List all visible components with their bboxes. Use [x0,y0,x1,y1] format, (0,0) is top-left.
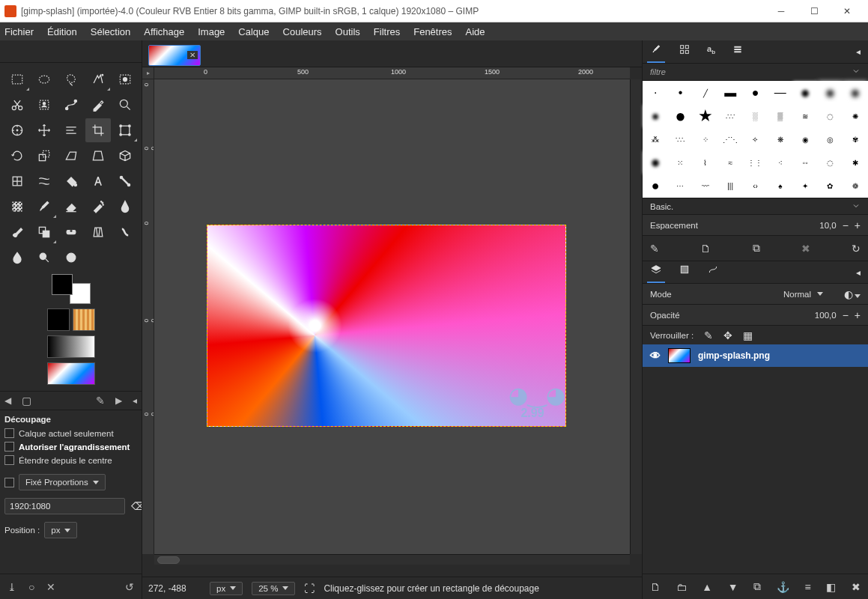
brush-cell[interactable]: 〰 [694,174,717,197]
menu-bar[interactable]: Fichier Édition Sélection Affichage Imag… [0,22,868,40]
mode-switch-icon[interactable]: ◐ [844,288,861,300]
brush-cell[interactable]: ⁘ [694,128,717,150]
menu-windows[interactable]: Fenêtres [413,26,452,37]
new-group-icon[interactable]: 🗀 [676,581,687,593]
brush-cell[interactable]: — [768,82,792,104]
menu-filters[interactable]: Filtres [374,26,400,37]
brush-cell[interactable]: ◌ [818,105,842,127]
ruler-vertical[interactable]: 0 500 0 500 1000 [142,79,154,554]
tool-move[interactable] [31,118,57,142]
brush-cell[interactable]: ● [743,82,767,104]
tool-fuzzy-select[interactable] [85,67,111,91]
tool-perspective-clone[interactable] [85,220,111,244]
brush-cell[interactable]: ≋ [793,105,817,127]
brush-grid[interactable]: · • ╱ ▬ ● — ● ● ● ● ● ★ ∴∵ ░ ▒ ≋ ◌ ✺ ⁂ ∵… [643,81,868,198]
tool-clone[interactable] [31,220,57,244]
tool-color-picker[interactable] [85,93,111,117]
tool-select-by-color[interactable] [112,67,138,91]
brush-filter-expand-icon[interactable] [852,67,861,77]
scrollbar-horizontal[interactable] [154,554,630,565]
brush-cell[interactable]: ◦◦ [793,151,817,174]
brush-cell[interactable]: ||| [718,174,742,197]
mask-icon[interactable]: ◧ [826,581,836,593]
checkbox-allow-growing[interactable] [4,442,14,451]
spacing-increase-icon[interactable]: + [855,219,861,231]
device-status-icon[interactable]: ✎ [96,395,105,407]
tool-zoom[interactable] [112,93,138,117]
aspect-ratio-input[interactable] [4,498,125,514]
tool-scissors[interactable] [4,93,30,117]
tool-shear[interactable] [58,144,84,168]
tool-pencil[interactable] [4,195,30,219]
lock-alpha-icon[interactable]: ▦ [743,329,753,341]
tool-options-tab-icon[interactable]: ▢ [22,395,31,407]
brush-cell[interactable]: ⋯ [668,174,692,197]
lock-position-icon[interactable]: ✥ [723,329,732,341]
delete-brush-icon[interactable]: ✖ [801,243,810,255]
brush-cell[interactable]: ✿ [818,174,842,197]
brush-cell[interactable]: ⋮⋮ [743,151,767,174]
color-swatches[interactable] [52,274,91,304]
gradient-preview[interactable] [47,335,95,358]
tool-warp[interactable] [31,169,57,193]
brush-cell[interactable]: ⁂ [643,128,667,150]
brush-cell[interactable]: ▬ [718,82,742,104]
tool-text[interactable] [85,169,111,193]
tool-blur[interactable] [4,246,30,270]
prev-dock-icon[interactable]: ◀ [4,395,11,406]
layer-list[interactable]: 👁 gimp-splash.png [643,344,868,574]
checkbox-current-layer[interactable] [4,428,14,438]
tool-ink[interactable] [112,195,138,219]
ruler-horizontal[interactable]: 0 500 1000 1500 2000 [154,67,630,79]
anchor-layer-icon[interactable]: ⚓ [777,581,789,593]
image-canvas[interactable]: ◕‿◕ 2.99 [207,225,566,427]
brush-cell[interactable]: ‹› [743,174,767,197]
ruler-corner[interactable]: ▸ [142,67,154,79]
delete-preset-icon[interactable]: ✕ [46,581,55,593]
maximize-button[interactable]: ☐ [798,1,831,22]
menu-file[interactable]: Fichier [4,26,34,37]
tool-rect-select[interactable] [4,67,30,91]
brush-filter-placeholder[interactable]: filtre [650,67,666,76]
tool-smudge[interactable] [112,220,138,244]
layer-up-icon[interactable]: ▲ [702,581,712,593]
brush-cell[interactable]: ● [643,151,667,174]
brush-cell[interactable]: • [668,82,692,104]
tab-patterns-icon[interactable] [679,43,691,61]
refresh-brushes-icon[interactable]: ↻ [852,243,861,255]
menu-colors[interactable]: Couleurs [283,26,322,37]
brush-cell[interactable]: ● [668,105,692,127]
visibility-eye-icon[interactable]: 👁 [650,350,661,362]
menu-select[interactable]: Sélection [91,26,130,37]
layers-dock-menu-icon[interactable]: ◂ [856,267,861,278]
brush-cell[interactable]: ◌ [818,151,842,174]
position-unit-combo[interactable]: px [44,522,77,538]
tool-mypaint-brush[interactable] [4,220,30,244]
dock-menu-arrow-icon[interactable]: ◂ [856,46,861,57]
brush-cell[interactable]: · [643,82,667,104]
lock-pixels-icon[interactable]: ✎ [704,329,713,341]
tab-channels-icon[interactable] [679,264,691,281]
tool-heal[interactable] [58,220,84,244]
brush-expand-icon[interactable] [852,201,861,212]
tool-foreground-select[interactable] [31,93,57,117]
layer-opacity-row[interactable]: Opacité 100,0 − + [643,304,868,325]
checkbox-expand-center[interactable] [4,455,14,465]
layer-thumbnail[interactable] [668,348,691,363]
menu-image[interactable]: Image [198,26,225,37]
tool-perspective[interactable] [85,144,111,168]
brush-cell[interactable]: ≈ [718,151,742,174]
opacity-increase-icon[interactable]: + [855,309,861,321]
brush-cell[interactable]: ⁙ [668,151,692,174]
brush-cell[interactable]: ❁ [843,174,867,197]
scrollbar-vertical[interactable] [630,79,642,554]
tool-rotate[interactable] [4,144,30,168]
menu-layer[interactable]: Calque [238,26,269,37]
minimize-button[interactable]: ─ [765,1,798,22]
spacing-decrease-icon[interactable]: − [843,219,849,231]
tool-dodge-burn[interactable] [31,246,57,270]
tool-free-select[interactable] [58,67,84,91]
tool-bucket-fill[interactable] [58,169,84,193]
brush-cell[interactable]: ★ [694,105,717,127]
next-dock-icon[interactable]: ▶ [115,395,122,406]
